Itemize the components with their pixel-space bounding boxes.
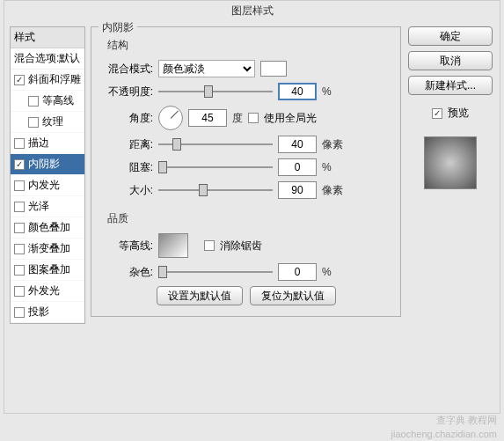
distance-unit: 像素	[322, 137, 343, 152]
styles-header: 样式	[11, 27, 84, 48]
watermark-text-1: 查字典 教程网	[436, 414, 497, 427]
inner-shadow-fieldset: 内阴影 结构 混合模式: 颜色减淡 不透明度: 40 % 角度: 45	[91, 26, 401, 317]
choke-input[interactable]: 0	[278, 158, 317, 176]
dialog-body: 样式 混合选项:默认 斜面和浮雕等高线纹理描边内阴影内发光光泽颜色叠加渐变叠加图…	[4, 21, 500, 329]
style-item-内阴影[interactable]: 内阴影	[11, 154, 84, 175]
style-item-颜色叠加[interactable]: 颜色叠加	[11, 217, 84, 239]
distance-input[interactable]: 40	[278, 136, 317, 153]
action-panel: 确定 取消 新建样式... 预览	[406, 26, 494, 324]
style-label: 颜色叠加	[28, 220, 70, 235]
opacity-unit: %	[322, 85, 332, 98]
noise-slider[interactable]	[158, 266, 273, 278]
size-unit: 像素	[322, 183, 343, 198]
style-item-图案叠加[interactable]: 图案叠加	[11, 260, 84, 281]
angle-unit: 度	[232, 111, 243, 126]
style-label: 渐变叠加	[28, 241, 70, 256]
quality-title: 品质	[107, 211, 391, 226]
style-checkbox[interactable]	[14, 223, 25, 233]
color-swatch[interactable]	[260, 61, 287, 77]
structure-title: 结构	[107, 38, 391, 53]
distance-slider[interactable]	[158, 138, 273, 151]
style-label: 等高线	[42, 93, 74, 108]
style-label: 内发光	[28, 178, 60, 193]
ok-button[interactable]: 确定	[408, 26, 493, 46]
choke-unit: %	[322, 161, 332, 173]
preview-label: 预览	[448, 106, 469, 121]
size-input[interactable]: 90	[278, 181, 317, 199]
style-item-纹理[interactable]: 纹理	[11, 112, 84, 133]
size-label: 大小:	[100, 183, 153, 198]
style-checkbox[interactable]	[14, 307, 25, 318]
style-item-斜面和浮雕[interactable]: 斜面和浮雕	[11, 70, 84, 91]
antialias-label: 消除锯齿	[220, 239, 262, 254]
cancel-button[interactable]: 取消	[408, 51, 493, 70]
style-item-光泽[interactable]: 光泽	[11, 196, 84, 217]
opacity-input[interactable]: 40	[278, 83, 317, 100]
style-checkbox[interactable]	[14, 180, 25, 191]
style-item-投影[interactable]: 投影	[11, 302, 84, 323]
noise-input[interactable]: 0	[278, 263, 317, 281]
style-item-描边[interactable]: 描边	[11, 133, 84, 154]
style-checkbox[interactable]	[28, 117, 39, 128]
style-item-内发光[interactable]: 内发光	[11, 175, 84, 196]
style-checkbox[interactable]	[14, 244, 25, 254]
watermark-text-2: jiaocheng.chazidian.com	[391, 429, 497, 439]
global-light-label: 使用全局光	[264, 111, 317, 126]
contour-picker[interactable]	[158, 233, 188, 258]
style-label: 斜面和浮雕	[28, 72, 81, 87]
choke-slider[interactable]	[158, 161, 273, 173]
set-default-button[interactable]: 设置为默认值	[157, 286, 243, 305]
noise-label: 杂色:	[100, 265, 153, 280]
size-slider[interactable]	[158, 184, 273, 196]
style-checkbox[interactable]	[14, 265, 25, 276]
style-label: 描边	[28, 136, 49, 151]
new-style-button[interactable]: 新建样式...	[408, 76, 493, 95]
antialias-checkbox[interactable]	[204, 240, 215, 251]
style-checkbox[interactable]	[14, 138, 25, 149]
section-title: 内阴影	[99, 20, 137, 35]
choke-label: 阻塞:	[100, 160, 153, 175]
preview-checkbox[interactable]	[432, 108, 442, 119]
style-item-外发光[interactable]: 外发光	[11, 281, 84, 302]
distance-label: 距离:	[100, 137, 153, 152]
style-label: 纹理	[42, 114, 63, 129]
style-label: 外发光	[28, 283, 60, 298]
style-item-渐变叠加[interactable]: 渐变叠加	[11, 239, 84, 260]
style-checkbox[interactable]	[14, 75, 25, 85]
style-item-等高线[interactable]: 等高线	[11, 91, 84, 112]
angle-input[interactable]: 45	[188, 109, 227, 127]
styles-list-panel: 样式 混合选项:默认 斜面和浮雕等高线纹理描边内阴影内发光光泽颜色叠加渐变叠加图…	[10, 26, 85, 324]
angle-dial[interactable]	[158, 106, 183, 130]
global-light-checkbox[interactable]	[248, 113, 259, 123]
settings-panel: 内阴影 结构 混合模式: 颜色减淡 不透明度: 40 % 角度: 45	[91, 26, 401, 324]
style-label: 图案叠加	[28, 262, 70, 277]
style-label: 内阴影	[28, 157, 60, 172]
style-checkbox[interactable]	[14, 202, 25, 212]
opacity-label: 不透明度:	[100, 85, 153, 99]
layer-style-dialog: 图层样式 样式 混合选项:默认 斜面和浮雕等高线纹理描边内阴影内发光光泽颜色叠加…	[4, 0, 500, 414]
style-checkbox[interactable]	[14, 286, 25, 297]
preview-thumbnail	[424, 136, 477, 189]
blend-mode-label: 混合模式:	[100, 62, 153, 77]
style-checkbox[interactable]	[28, 96, 39, 107]
style-label: 投影	[28, 305, 49, 320]
restore-default-button[interactable]: 复位为默认值	[250, 286, 336, 305]
style-checkbox[interactable]	[14, 159, 25, 170]
opacity-slider[interactable]	[158, 85, 273, 98]
dialog-title: 图层样式	[4, 1, 500, 21]
blend-options-row[interactable]: 混合选项:默认	[11, 48, 84, 70]
noise-unit: %	[322, 266, 332, 278]
angle-label: 角度:	[100, 111, 153, 126]
blend-mode-select[interactable]: 颜色减淡	[158, 60, 255, 77]
style-label: 光泽	[28, 199, 49, 214]
contour-label: 等高线:	[100, 239, 153, 254]
